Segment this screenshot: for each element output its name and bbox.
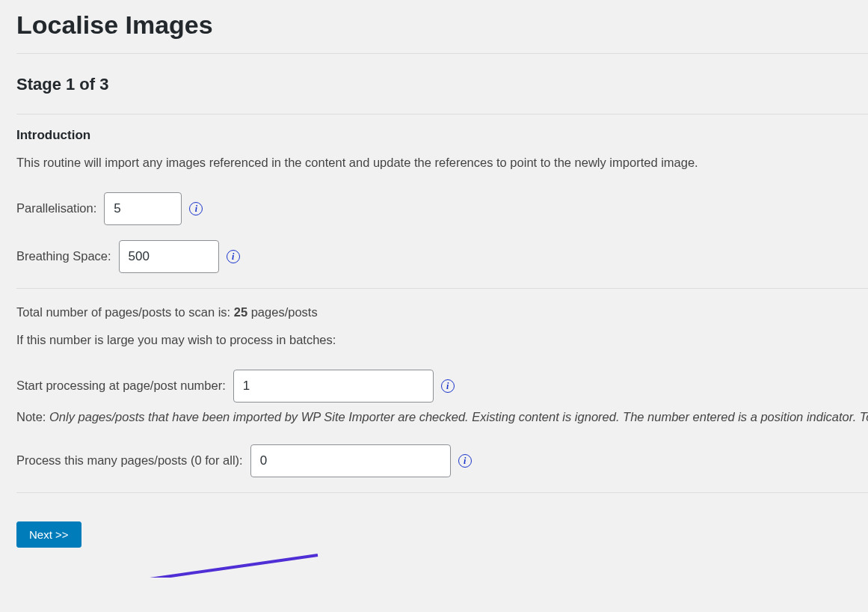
note-block: Note: Only pages/posts that have been im… bbox=[16, 407, 868, 426]
start-at-row: Start processing at page/post number: i bbox=[16, 370, 868, 403]
info-icon[interactable]: i bbox=[227, 250, 240, 263]
start-at-label: Start processing at page/post number: bbox=[16, 379, 226, 393]
intro-heading: Introduction bbox=[16, 128, 868, 143]
note-text: Only pages/posts that have been imported… bbox=[49, 410, 868, 423]
total-count: 25 bbox=[234, 305, 247, 319]
process-count-label: Process this many pages/posts (0 for all… bbox=[16, 453, 243, 468]
next-button[interactable]: Next >> bbox=[16, 521, 81, 548]
divider bbox=[16, 288, 868, 289]
start-at-input[interactable] bbox=[233, 370, 434, 403]
info-icon[interactable]: i bbox=[458, 454, 472, 468]
annotation-arrow-icon bbox=[97, 552, 321, 578]
total-prefix: Total number of pages/posts to scan is: bbox=[16, 305, 234, 319]
divider bbox=[16, 492, 868, 493]
divider bbox=[16, 53, 868, 54]
info-icon[interactable]: i bbox=[189, 202, 203, 215]
parallelisation-input[interactable] bbox=[104, 192, 182, 225]
parallelisation-row: Parallelisation: i bbox=[16, 192, 868, 225]
breathing-space-row: Breathing Space: i bbox=[16, 240, 868, 273]
stage-heading: Stage 1 of 3 bbox=[16, 75, 868, 94]
process-count-row: Process this many pages/posts (0 for all… bbox=[16, 444, 868, 477]
total-line: Total number of pages/posts to scan is: … bbox=[16, 305, 868, 319]
process-count-input[interactable] bbox=[250, 444, 451, 477]
batch-hint: If this number is large you may wish to … bbox=[16, 333, 868, 347]
intro-text: This routine will import any images refe… bbox=[16, 153, 868, 173]
parallelisation-label: Parallelisation: bbox=[16, 201, 96, 215]
svg-line-0 bbox=[108, 555, 318, 578]
info-icon[interactable]: i bbox=[441, 379, 455, 393]
note-prefix: Note: bbox=[16, 410, 49, 423]
divider bbox=[16, 114, 868, 114]
total-suffix: pages/posts bbox=[247, 305, 318, 319]
breathing-space-input[interactable] bbox=[119, 240, 219, 273]
page-title: Localise Images bbox=[16, 10, 868, 40]
breathing-space-label: Breathing Space: bbox=[16, 249, 111, 263]
